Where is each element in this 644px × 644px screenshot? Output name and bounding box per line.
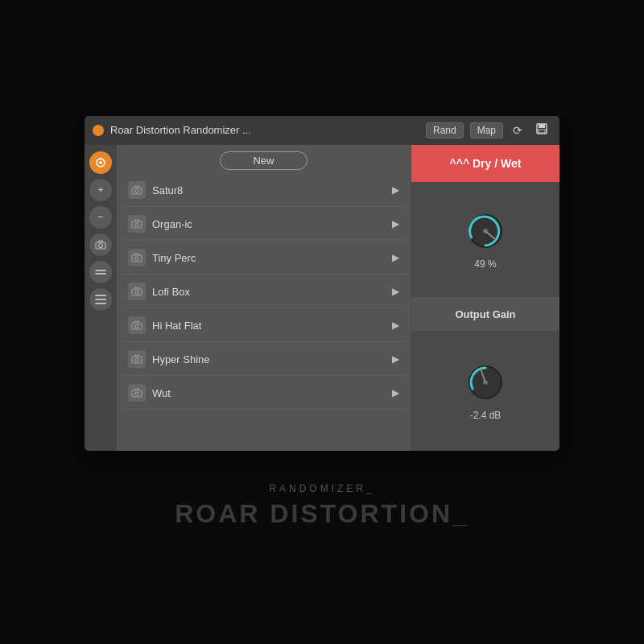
svg-point-4 — [99, 161, 102, 164]
save-icon[interactable] — [532, 121, 551, 139]
preset-play-organic[interactable]: ▶ — [392, 218, 399, 229]
preset-name-satur8: Satur8 — [152, 184, 392, 196]
output-knob[interactable] — [463, 360, 508, 405]
preset-play-tinyperc[interactable]: ▶ — [392, 252, 399, 263]
new-btn-row: New — [123, 151, 404, 170]
sidebar-minus-btn[interactable]: − — [89, 206, 112, 229]
preset-name-hihatflat: Hi Hat Flat — [152, 320, 392, 332]
sidebar-list-btn[interactable] — [89, 288, 112, 311]
preset-name-tinyperc: Tiny Perc — [152, 252, 392, 264]
footer-sub-label: RANDOMIZER_ — [175, 483, 469, 494]
preset-play-hypershine[interactable]: ▶ — [392, 353, 399, 365]
rand-button[interactable]: Rand — [426, 122, 464, 138]
svg-rect-8 — [95, 270, 106, 271]
refresh-icon[interactable]: ⟳ — [510, 122, 526, 138]
sidebar-home-btn[interactable] — [89, 151, 112, 174]
drywet-value: 49 % — [474, 258, 496, 270]
preset-item-wut[interactable]: Wut ▶ — [123, 378, 404, 410]
drywet-header: ^^^ Dry / Wet — [411, 145, 559, 182]
output-value: -2.4 dB — [470, 410, 502, 421]
preset-icon-wut — [128, 384, 146, 402]
drywet-section: ^^^ Dry / Wet — [411, 145, 559, 297]
drywet-knob[interactable] — [463, 208, 508, 254]
svg-point-22 — [135, 324, 138, 328]
output-section: Output Gain -2.4 dB — [411, 297, 559, 451]
svg-point-24 — [135, 358, 138, 361]
left-sidebar: + − — [85, 145, 117, 451]
preset-icon-tinyperc — [128, 249, 146, 266]
output-knob-container: -2.4 dB — [411, 331, 559, 451]
preset-item-hypershine[interactable]: Hyper Shine ▶ — [123, 344, 404, 376]
footer-main-label: ROAR DISTORTION_ — [175, 499, 469, 529]
title-bar: Roar Distortion Randomizer ... Rand Map … — [85, 116, 559, 145]
svg-point-14 — [135, 189, 138, 192]
preset-item-organic[interactable]: Organ-ic ▶ — [123, 208, 404, 241]
svg-point-16 — [135, 223, 138, 226]
svg-rect-1 — [539, 124, 545, 128]
preset-icon-hihatflat — [128, 316, 146, 334]
drywet-knob-container: 49 % — [411, 182, 559, 297]
preset-play-wut[interactable]: ▶ — [392, 387, 399, 398]
preset-name-wut: Wut — [152, 387, 392, 399]
preset-icon-lofibox — [128, 283, 146, 300]
preset-item-lofibox[interactable]: Lofi Box ▶ — [123, 276, 404, 308]
sidebar-add-btn[interactable]: + — [89, 179, 112, 201]
svg-rect-2 — [539, 130, 545, 133]
svg-point-20 — [135, 291, 138, 294]
svg-rect-9 — [95, 273, 106, 275]
main-content: + − — [85, 145, 559, 451]
preset-area: New Satur8 ▶ — [117, 145, 411, 451]
svg-point-18 — [135, 257, 138, 260]
svg-point-26 — [135, 392, 138, 395]
title-text: Roar Distortion Randomizer ... — [110, 124, 419, 136]
svg-rect-13 — [132, 188, 142, 194]
map-button[interactable]: Map — [470, 122, 503, 138]
preset-play-lofibox[interactable]: ▶ — [392, 286, 399, 297]
preset-name-hypershine: Hyper Shine — [152, 353, 392, 365]
sidebar-camera-btn[interactable] — [89, 233, 112, 256]
output-header: Output Gain — [411, 299, 559, 331]
preset-icon-hypershine — [128, 350, 146, 368]
plugin-window: Roar Distortion Randomizer ... Rand Map … — [85, 116, 559, 451]
title-dot — [93, 125, 104, 136]
sidebar-minus2-btn[interactable] — [89, 261, 112, 283]
preset-list: Satur8 ▶ Organ-ic ▶ — [123, 175, 404, 444]
preset-name-lofibox: Lofi Box — [152, 286, 392, 298]
svg-point-7 — [99, 243, 103, 247]
right-panel: ^^^ Dry / Wet — [411, 145, 559, 451]
svg-rect-12 — [95, 303, 106, 304]
bottom-labels: RANDOMIZER_ ROAR DISTORTION_ — [175, 483, 469, 529]
preset-item-hihatflat[interactable]: Hi Hat Flat ▶ — [123, 310, 404, 342]
new-button[interactable]: New — [220, 151, 307, 170]
preset-icon-satur8 — [128, 181, 146, 199]
preset-play-satur8[interactable]: ▶ — [392, 184, 399, 196]
preset-name-organic: Organ-ic — [152, 218, 392, 230]
svg-rect-11 — [95, 299, 106, 300]
preset-item-tinyperc[interactable]: Tiny Perc ▶ — [123, 242, 404, 275]
preset-icon-organic — [128, 215, 146, 233]
preset-item-satur8[interactable]: Satur8 ▶ — [123, 175, 404, 207]
svg-rect-10 — [95, 295, 106, 296]
preset-play-hihatflat[interactable]: ▶ — [392, 320, 399, 331]
